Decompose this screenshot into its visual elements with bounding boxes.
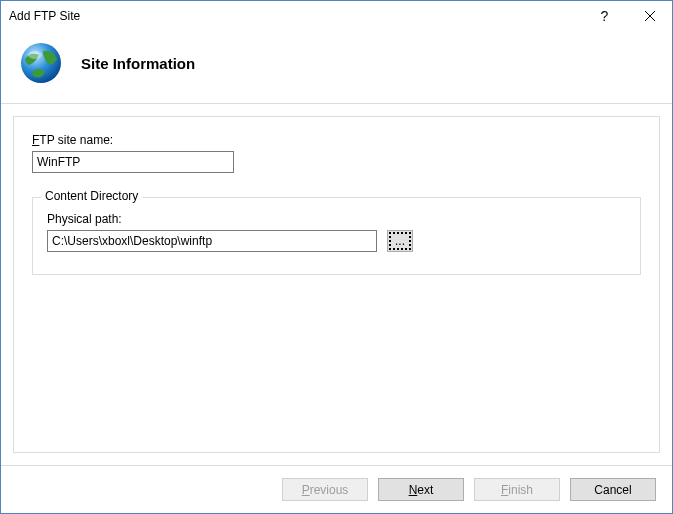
- physical-path-input[interactable]: [47, 230, 377, 252]
- help-button[interactable]: ?: [582, 1, 627, 31]
- close-icon: [645, 11, 655, 21]
- finish-button: Finish: [474, 478, 560, 501]
- globe-icon: [19, 41, 63, 85]
- close-button[interactable]: [627, 1, 672, 31]
- titlebar: Add FTP Site ?: [1, 1, 672, 31]
- wizard-body: FTP site name: Content Directory Physica…: [1, 104, 672, 465]
- physical-path-label: Physical path:: [47, 212, 626, 226]
- content-panel: FTP site name: Content Directory Physica…: [13, 116, 660, 453]
- cancel-button[interactable]: Cancel: [570, 478, 656, 501]
- page-title: Site Information: [81, 55, 195, 72]
- previous-button: Previous: [282, 478, 368, 501]
- wizard-footer: Previous Next Finish Cancel: [1, 465, 672, 513]
- site-name-input[interactable]: [32, 151, 234, 173]
- wizard-window: Add FTP Site ? Site Informat: [0, 0, 673, 514]
- site-name-label: FTP site name:: [32, 133, 641, 147]
- svg-point-3: [28, 51, 42, 59]
- wizard-header: Site Information: [1, 31, 672, 104]
- content-directory-group: Content Directory Physical path: ...: [32, 197, 641, 275]
- window-title: Add FTP Site: [9, 9, 80, 23]
- next-button[interactable]: Next: [378, 478, 464, 501]
- browse-button[interactable]: ...: [387, 230, 413, 252]
- content-directory-legend: Content Directory: [41, 189, 142, 203]
